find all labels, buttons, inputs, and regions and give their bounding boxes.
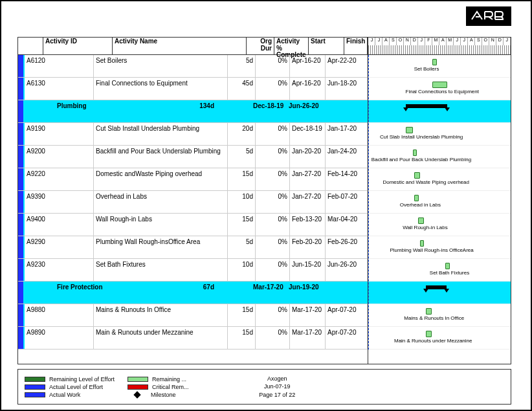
month-tick: S <box>475 38 482 45</box>
cell-pct: 0% <box>256 191 290 213</box>
legend-label: Critical Rem... <box>152 384 189 390</box>
cell-duration: 10d <box>228 259 256 281</box>
cell-activity-id: A6130 <box>25 78 94 100</box>
month-tick: D <box>411 38 418 45</box>
cell-activity-id <box>25 100 55 122</box>
month-tick: J <box>418 38 425 45</box>
task-bar-label: Overhead in Labs <box>400 202 441 208</box>
swatch-remaining <box>127 377 148 382</box>
milestone-icon <box>133 391 140 398</box>
month-tick: S <box>390 38 397 45</box>
cell-start: Feb-13-20 <box>290 214 326 236</box>
cell-activity-id: A9880 <box>25 304 94 326</box>
cell-activity-id: A9890 <box>25 327 94 349</box>
schedule-sheet: Activity ID Activity Name Org Dur Activi… <box>17 37 511 364</box>
cell-start: Mar-17-20 <box>251 282 287 304</box>
task-bar <box>414 172 420 179</box>
legend-label: Actual Level of Effort <box>49 384 103 390</box>
task-bar-label: Backfill and Pour Back Underslab Plumbin… <box>371 157 471 162</box>
col-pct-complete: Activity % Complete <box>274 38 309 54</box>
legend-footer: Remaining Level of Effort Actual Level o… <box>17 369 511 405</box>
cell-activity-name: Backfill and Pour Back Underslab Plumbin… <box>94 146 228 168</box>
cell-activity-id: A9230 <box>25 259 94 281</box>
month-tick: J <box>375 38 382 45</box>
legend-left: Remaining Level of Effort Actual Level o… <box>25 376 115 398</box>
gantt-row: Set Bath Fixtures <box>368 259 511 282</box>
cell-pct: 0% <box>256 214 290 236</box>
month-tick: M <box>432 38 439 45</box>
cell-activity-name: Overhead in Labs <box>94 191 228 213</box>
cell-duration: 5d <box>228 146 256 168</box>
cell-start: Feb-20-20 <box>290 236 326 258</box>
cell-pct: 0% <box>256 146 290 168</box>
cell-finish: Feb-07-20 <box>326 191 368 213</box>
task-bar <box>432 82 447 88</box>
task-bar <box>413 150 417 156</box>
swatch-actual-work <box>25 392 45 397</box>
data-columns: Activity ID Activity Name Org Dur Activi… <box>18 38 368 364</box>
footer-center: Axogen Jun-07-19 Page 17 of 22 <box>201 375 353 399</box>
cell-activity-id: A9390 <box>25 191 94 213</box>
cell-activity-id <box>25 282 55 304</box>
cell-pct: 0% <box>256 168 290 190</box>
cell-finish: Feb-26-20 <box>326 236 368 258</box>
table-row: A6120Set Boilers5d0%Apr-16-20Apr-22-20 <box>18 55 368 78</box>
task-bar <box>432 59 436 65</box>
col-finish: Finish <box>344 38 368 54</box>
cell-pct: 0% <box>256 259 290 281</box>
column-headers: Activity ID Activity Name Org Dur Activi… <box>18 38 368 55</box>
cell-start: Jun-15-20 <box>290 259 326 281</box>
legend-label: Milestone <box>151 392 176 398</box>
cell-activity-name: Fire Protection <box>55 282 189 304</box>
legend-label: Remaining ... <box>152 376 186 383</box>
summary-bar <box>406 104 448 108</box>
cell-finish: Jun-18-20 <box>326 78 368 100</box>
summary-bar <box>426 285 447 289</box>
section-row: Plumbing134dDec-18-19Jun-26-20 <box>18 100 368 123</box>
month-tick: O <box>397 38 404 45</box>
task-bar-label: Plumbing Wall Rough-ins OfficeArea <box>390 247 473 253</box>
timescale-hatches <box>368 45 511 54</box>
col-start: Start <box>309 38 344 54</box>
month-tick: J <box>504 38 511 45</box>
gantt-row <box>368 100 511 123</box>
table-row: A9390Overhead in Labs10d0%Jan-27-20Feb-0… <box>18 191 368 214</box>
cell-activity-name: Plumbing Wall Rough-insOffice Area <box>94 236 228 258</box>
table-row: A9290Plumbing Wall Rough-insOffice Area5… <box>18 236 368 259</box>
month-tick: J <box>454 38 461 45</box>
col-duration: Org Dur <box>247 38 274 54</box>
cell-start: Jan-20-20 <box>290 146 326 168</box>
cell-duration: 134d <box>189 100 217 122</box>
cell-pct: 0% <box>256 327 290 349</box>
cell-duration: 45d <box>228 78 256 100</box>
cell-activity-id: A9190 <box>25 123 94 145</box>
cell-duration: 15d <box>228 327 256 349</box>
table-row: A9880Mains & Runouts In Office15d0%Mar-1… <box>18 304 368 327</box>
cell-start: Apr-16-20 <box>290 55 326 77</box>
page-number: Page 17 of 22 <box>201 391 353 399</box>
table-row: A9400Wall Rough-in Labs15d0%Feb-13-20Mar… <box>18 214 368 236</box>
cell-activity-id: A9200 <box>25 146 94 168</box>
table-row: A6130Final Connections to Equipment45d0%… <box>18 78 368 100</box>
cell-pct: 0% <box>256 78 290 100</box>
cell-activity-id: A9400 <box>25 214 94 236</box>
task-bar <box>420 240 424 247</box>
legend-mid: Remaining ... Critical Rem... Milestone <box>127 376 189 398</box>
table-row: A9230Set Bath Fixtures10d0%Jun-15-20Jun-… <box>18 259 368 282</box>
gantt-body: Set BoilersFinal Connections to Equipmen… <box>368 55 511 350</box>
cell-duration: 20d <box>228 123 256 145</box>
task-bar-label: Set Boilers <box>414 66 439 72</box>
swatch-remaining-loe <box>25 377 45 382</box>
month-tick: O <box>482 38 489 45</box>
cell-activity-name: Set Boilers <box>94 55 228 77</box>
cell-duration: 15d <box>228 304 256 326</box>
cell-finish: Jan-17-20 <box>326 123 368 145</box>
month-tick: N <box>404 38 411 45</box>
cell-start: Dec-18-19 <box>251 100 287 122</box>
table-row: A9890Main & Runouts under Mezzanine15d0%… <box>18 327 368 350</box>
month-tick: D <box>496 38 504 45</box>
table-row: A9220Domestic andWaste Piping overhead15… <box>18 168 368 191</box>
cell-activity-id: A9290 <box>25 236 94 258</box>
section-row: Fire Protection67dMar-17-20Jun-19-20 <box>18 282 368 304</box>
cell-pct: 0% <box>256 304 290 326</box>
